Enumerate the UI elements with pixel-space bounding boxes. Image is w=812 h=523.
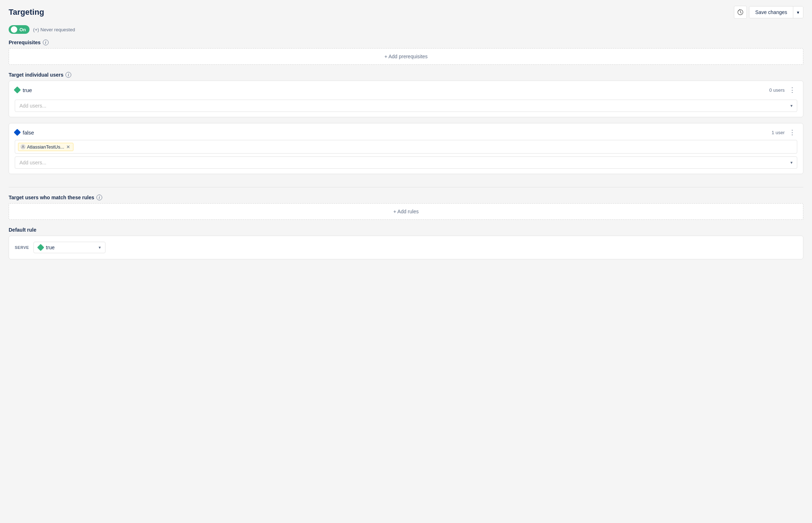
false-add-users-dropdown[interactable]: Add users... ▾ xyxy=(15,156,797,169)
true-add-users-placeholder: Add users... xyxy=(19,103,46,109)
serve-label: SERVE xyxy=(15,245,29,250)
save-changes-button[interactable]: Save changes xyxy=(749,6,793,18)
serve-value: true xyxy=(46,245,55,250)
target-rules-info-icon: i xyxy=(96,195,102,200)
false-variation-header: false 1 user ⋮ xyxy=(9,123,803,140)
false-diamond-icon xyxy=(14,129,21,136)
default-rule-section: Default rule SERVE true ▾ xyxy=(0,227,812,267)
true-variation-menu-button[interactable]: ⋮ xyxy=(788,86,797,94)
history-button[interactable] xyxy=(734,6,747,19)
target-rules-box: + Add rules xyxy=(9,203,803,220)
status-text: Never requested xyxy=(40,27,75,32)
target-individual-users-section: Target individual users i true 0 users ⋮… xyxy=(0,72,812,187)
false-variation-menu-button[interactable]: ⋮ xyxy=(788,128,797,136)
serve-diamond-icon xyxy=(37,244,44,251)
serve-select-dropdown[interactable]: true ▾ xyxy=(33,242,105,253)
serve-dropdown-arrow-icon: ▾ xyxy=(99,245,101,250)
toggle-label: On xyxy=(19,27,26,32)
serve-row: SERVE true ▾ xyxy=(15,242,797,253)
true-variation-card: true 0 users ⋮ Add users... ▾ xyxy=(9,81,803,117)
false-dropdown-arrow-icon: ▾ xyxy=(790,160,793,165)
false-user-tags-row: AtlassianTestUs... ✕ xyxy=(15,140,797,154)
false-variation-label: false xyxy=(23,129,34,136)
true-variation-body: Add users... ▾ xyxy=(9,100,803,117)
false-add-users-placeholder: Add users... xyxy=(19,160,46,165)
header-actions: Save changes ▾ xyxy=(734,6,803,19)
true-variation-label: true xyxy=(23,87,32,93)
true-user-count: 0 users xyxy=(769,87,785,93)
target-users-info-icon: i xyxy=(66,72,71,78)
target-users-title: Target individual users xyxy=(9,72,63,78)
true-dropdown-arrow-icon: ▾ xyxy=(790,103,793,108)
false-user-count: 1 user xyxy=(772,130,785,135)
atlassian-user-tag: AtlassianTestUs... ✕ xyxy=(18,143,73,151)
false-variation-body: AtlassianTestUs... ✕ Add users... ▾ xyxy=(9,140,803,174)
default-rule-title: Default rule xyxy=(9,227,36,233)
on-off-toggle[interactable]: On xyxy=(9,25,30,34)
toggle-row: On (+) Never requested xyxy=(0,23,812,40)
save-changes-dropdown[interactable]: ▾ xyxy=(793,6,803,18)
true-add-users-dropdown[interactable]: Add users... ▾ xyxy=(15,100,797,112)
prerequisites-header: Prerequisites i xyxy=(9,40,803,45)
svg-marker-1 xyxy=(740,9,740,10)
target-rules-title: Target users who match these rules xyxy=(9,195,94,200)
status-icon: (+) xyxy=(33,27,39,32)
target-rules-header: Target users who match these rules i xyxy=(9,195,803,200)
user-tag-avatar xyxy=(21,144,26,149)
history-icon xyxy=(737,9,744,15)
target-users-header: Target individual users i xyxy=(9,72,803,78)
prerequisites-section: Prerequisites i + Add prerequisites xyxy=(0,40,812,72)
prerequisites-title: Prerequisites xyxy=(9,40,41,45)
serve-select-inner: true xyxy=(38,245,55,250)
false-variation-name: false xyxy=(15,129,34,136)
default-rule-card: SERVE true ▾ xyxy=(9,236,803,259)
prerequisites-info-icon: i xyxy=(43,40,49,45)
false-variation-meta: 1 user ⋮ xyxy=(772,128,797,136)
svg-point-2 xyxy=(22,146,24,147)
default-rule-header: Default rule xyxy=(9,227,803,233)
add-prerequisites-button[interactable]: + Add prerequisites xyxy=(9,49,803,64)
true-diamond-icon xyxy=(14,86,21,94)
add-rules-button[interactable]: + Add rules xyxy=(9,204,803,219)
page-wrapper: Targeting Save changes ▾ On xyxy=(0,0,812,523)
true-variation-header: true 0 users ⋮ xyxy=(9,81,803,97)
true-variation-name: true xyxy=(15,87,32,93)
atlassian-user-tag-remove[interactable]: ✕ xyxy=(66,145,71,149)
never-requested-status: (+) Never requested xyxy=(33,27,75,32)
save-btn-group: Save changes ▾ xyxy=(749,6,803,18)
true-variation-meta: 0 users ⋮ xyxy=(769,86,797,94)
toggle-circle xyxy=(11,26,17,33)
false-variation-card: false 1 user ⋮ At xyxy=(9,123,803,174)
atlassian-user-tag-label: AtlassianTestUs... xyxy=(27,144,64,150)
prerequisites-box: + Add prerequisites xyxy=(9,48,803,65)
page-title: Targeting xyxy=(9,8,44,17)
header: Targeting Save changes ▾ xyxy=(0,0,812,23)
dropdown-arrow-icon: ▾ xyxy=(797,10,799,15)
target-rules-section: Target users who match these rules i + A… xyxy=(0,187,812,227)
